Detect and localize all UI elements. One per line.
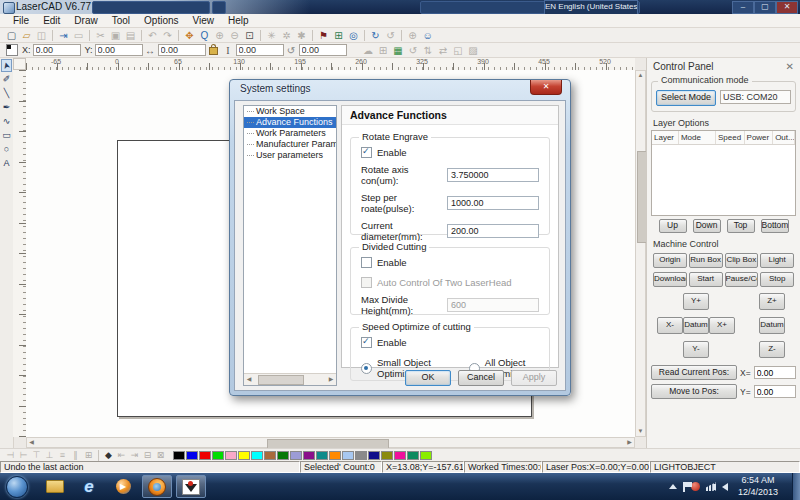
x-pos-field[interactable] [754, 366, 796, 379]
tree-item-3[interactable]: Work Parameters [244, 128, 336, 139]
layer-table[interactable]: LayerModeSpeedPowerOut... [651, 130, 796, 216]
palette-swatch-1[interactable] [173, 451, 185, 460]
tree-item-2[interactable]: Advance Functions [244, 117, 336, 128]
menu-item-tool[interactable]: Tool [105, 15, 137, 26]
max-divide-field[interactable] [447, 298, 539, 312]
jog-y-plus-button[interactable]: Y+ [683, 293, 709, 310]
ellipse-tool[interactable]: ○ [1, 143, 12, 156]
y-coordinate-field[interactable] [95, 44, 143, 56]
new-icon[interactable]: ▢ [4, 29, 19, 42]
hatch-icon[interactable]: ▨ [466, 44, 481, 57]
palette-swatch-8[interactable] [264, 451, 276, 460]
select-mode-button[interactable]: Select Mode [656, 90, 716, 106]
layer-manager-icon[interactable]: ⊞ [331, 29, 346, 42]
stop-button[interactable]: Stop [760, 272, 794, 287]
dialog-close-button[interactable]: ✕ [530, 80, 562, 95]
start-button[interactable] [6, 476, 28, 498]
light-button[interactable]: Light [760, 253, 794, 268]
lock-ratio-icon[interactable] [209, 47, 218, 55]
distribute-v-icon[interactable]: ⇥ [128, 449, 141, 462]
node-add-icon[interactable]: ✳ [264, 29, 279, 42]
cloud-icon[interactable]: ☁ [361, 44, 376, 57]
copy-icon[interactable]: ▣ [108, 29, 123, 42]
height-field[interactable] [236, 44, 284, 56]
menu-item-edit[interactable]: Edit [36, 15, 67, 26]
tree-item-4[interactable]: Manufacturer Paramet [244, 139, 336, 150]
weld-icon[interactable]: ◆ [102, 449, 115, 462]
align-left-icon[interactable]: ⊣ [4, 449, 17, 462]
taskbar-explorer-button[interactable] [40, 475, 70, 498]
flip-vertical-icon[interactable]: ⇅ [421, 44, 436, 57]
origin-target-icon[interactable]: ⊕ [405, 29, 420, 42]
volume-icon[interactable] [722, 483, 728, 491]
data-check-icon[interactable]: ◎ [346, 29, 361, 42]
action-center-flag-icon[interactable] [683, 482, 685, 492]
palette-swatch-9[interactable] [277, 451, 289, 460]
palette-swatch-14[interactable] [342, 451, 354, 460]
alert-shield-icon[interactable] [691, 482, 700, 491]
undo-icon[interactable]: ↶ [145, 29, 160, 42]
layer-grid-icon[interactable]: ▦ [391, 44, 406, 57]
tray-expand-icon[interactable] [669, 484, 677, 489]
cut-icon[interactable]: ✂ [93, 29, 108, 42]
y-pos-field[interactable] [754, 385, 796, 398]
jog-datum-button[interactable]: Datum [683, 317, 709, 334]
palette-swatch-18[interactable] [394, 451, 406, 460]
align-right-icon[interactable]: ⊢ [17, 449, 30, 462]
tree-scrollbar[interactable]: ◀ ▶ [244, 373, 336, 385]
menu-item-draw[interactable]: Draw [67, 15, 104, 26]
import-icon[interactable]: ⇥ [56, 29, 71, 42]
taskbar-firefox-button[interactable] [142, 475, 172, 498]
auto-control-checkbox[interactable] [361, 277, 372, 288]
field-input[interactable] [447, 196, 539, 210]
zoom-out-icon[interactable]: ⊖ [227, 29, 242, 42]
simulate-flag-icon[interactable]: ⚑ [316, 29, 331, 42]
field-input[interactable] [447, 168, 539, 182]
minimize-button[interactable]: – [732, 1, 754, 14]
path-order-icon[interactable]: ↻ [368, 29, 383, 42]
close-button[interactable]: ✕ [776, 1, 798, 14]
small-object-radio[interactable] [361, 363, 372, 374]
pause-continue-button[interactable]: Pause/Continue [725, 272, 759, 287]
polyline-tool[interactable]: ∿ [1, 115, 12, 128]
array-copy-icon[interactable]: ⊞ [376, 44, 391, 57]
jog-y-minus-button[interactable]: Y- [683, 341, 709, 358]
jog-z-minus-button[interactable]: Z- [759, 341, 785, 358]
ok-button[interactable]: OK [405, 370, 451, 386]
menu-item-file[interactable]: File [6, 15, 36, 26]
palette-swatch-13[interactable] [329, 451, 341, 460]
top-button[interactable]: Top [727, 219, 755, 233]
language-bar[interactable]: EN English (United States) [544, 0, 638, 15]
menu-item-help[interactable]: Help [221, 15, 256, 26]
palette-swatch-19[interactable] [407, 451, 419, 460]
palette-swatch-15[interactable] [355, 451, 367, 460]
tree-scroll-thumb[interactable] [258, 375, 304, 385]
redo-icon[interactable]: ↷ [160, 29, 175, 42]
x-coordinate-field[interactable] [33, 44, 81, 56]
group-icon[interactable]: ⊟ [141, 449, 154, 462]
palette-swatch-5[interactable] [225, 451, 237, 460]
distribute-h-icon[interactable]: ⇤ [115, 449, 128, 462]
rotate-enable-checkbox[interactable] [361, 147, 372, 158]
down-button[interactable]: Down [693, 219, 721, 233]
export-icon[interactable]: ▭ [71, 29, 86, 42]
divided-enable-checkbox[interactable] [361, 257, 372, 268]
save-icon[interactable]: ◫ [34, 29, 49, 42]
align-center-v-icon[interactable]: ∥ [69, 449, 82, 462]
node-edit-tool[interactable]: ✐ [1, 73, 12, 86]
start-button[interactable]: Start [689, 272, 723, 287]
tree-item-1[interactable]: Work Space [244, 106, 336, 117]
run-box-button[interactable]: Run Box [689, 253, 723, 268]
scroll-left-icon[interactable]: ◀ [27, 438, 36, 447]
open-icon[interactable]: ▱ [19, 29, 34, 42]
zoom-dynamic-icon[interactable]: Q [197, 29, 212, 42]
menu-item-view[interactable]: View [186, 15, 222, 26]
text-tool[interactable]: A [1, 157, 12, 170]
node-delete-icon[interactable]: ✲ [279, 29, 294, 42]
select-tool[interactable]: ➤ [1, 59, 12, 72]
taskbar-clock[interactable]: 6:54 AM 12/4/2013 [738, 475, 778, 498]
background-window-dropdown[interactable] [212, 1, 226, 14]
node-break-icon[interactable]: ✱ [294, 29, 309, 42]
flip-horizontal-icon[interactable]: ⇄ [436, 44, 451, 57]
show-desktop-button[interactable] [792, 473, 800, 500]
